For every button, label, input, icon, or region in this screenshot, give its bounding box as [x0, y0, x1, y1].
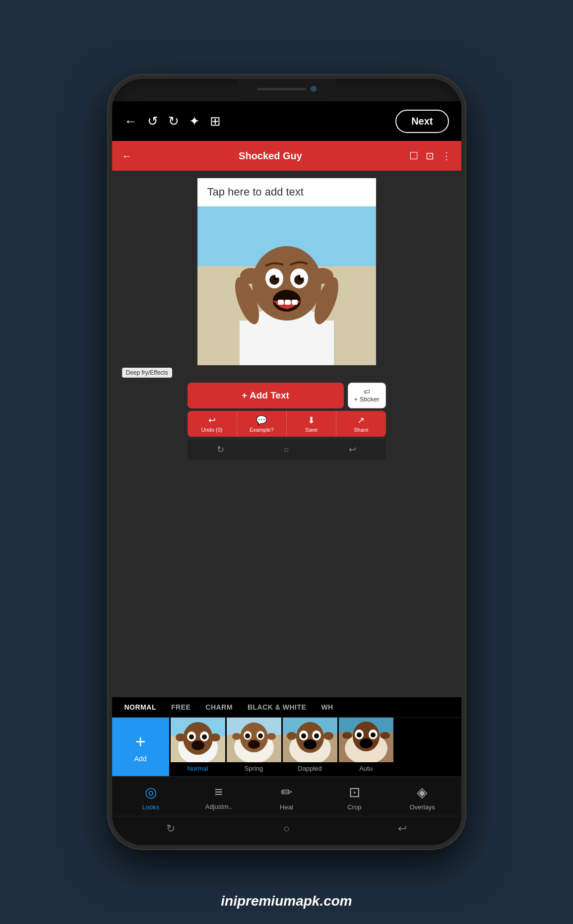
tool-heal[interactable]: ✏ Heal [266, 784, 306, 811]
add-text-row: + Add Text 🏷 + Sticker [188, 383, 386, 408]
photo-thumb-dappled[interactable]: Dappled [283, 718, 337, 776]
save-action-label: Save [305, 427, 318, 433]
thumb-label-autumn: Autu [339, 762, 393, 776]
compare-icon[interactable]: ⊞ [210, 114, 221, 129]
redo-icon[interactable]: ↻ [168, 114, 179, 129]
action-row: ↩ Undo (0) 💬 Example? ⬇ Save ↗ Share [188, 411, 386, 437]
save-action-icon: ⬇ [308, 415, 315, 426]
thumb-img-dappled [283, 718, 337, 762]
sticker-button[interactable]: 🏷 + Sticker [348, 383, 386, 408]
header-title: Shocked Guy [239, 150, 302, 162]
thumb-face-4 [339, 718, 393, 762]
overlays-icon: ◈ [417, 784, 428, 800]
nav-icon-back[interactable]: ↻ [166, 822, 175, 835]
thumb-label-spring: Spring [227, 762, 281, 776]
toolbar-left: ← ↺ ↻ ✦ ⊞ [125, 114, 221, 129]
filter-tab-charm[interactable]: CHARM [198, 697, 240, 717]
overlays-label: Overlays [409, 803, 435, 811]
svg-point-41 [248, 740, 260, 749]
bottom-tools: ◎ Looks ≡ Adjustm.. ✏ Heal ⊡ Crop ◈ Over… [112, 776, 461, 816]
svg-point-62 [371, 732, 376, 737]
tool-crop[interactable]: ⊡ Crop [334, 784, 374, 811]
undo-icon[interactable]: ↺ [147, 114, 158, 129]
nav-dot-3: ↩ [349, 444, 356, 455]
photo-add-button[interactable]: + Add [112, 718, 169, 776]
tool-adjustments[interactable]: ≡ Adjustm.. [199, 784, 239, 811]
svg-point-28 [189, 734, 194, 739]
svg-point-32 [210, 733, 220, 741]
add-text-button[interactable]: + Add Text [188, 383, 344, 408]
nav-dot-2: ○ [284, 445, 289, 455]
svg-point-63 [360, 738, 373, 748]
volume-up-button[interactable] [108, 178, 111, 203]
svg-point-15 [300, 275, 303, 278]
header-crop-icon[interactable]: ⊡ [426, 150, 434, 162]
heal-icon: ✏ [281, 784, 292, 800]
photo-thumb-autumn[interactable]: Autu [339, 718, 393, 776]
volume-down-button[interactable] [108, 210, 111, 235]
svg-point-14 [275, 275, 278, 278]
sticker-icon: 🏷 [364, 388, 370, 396]
photo-strip: + Add [112, 718, 461, 776]
heal-label: Heal [280, 803, 293, 811]
svg-rect-18 [285, 300, 291, 305]
tool-looks[interactable]: ◎ Looks [131, 784, 171, 811]
meme-canvas[interactable]: Tap here to add text [197, 178, 376, 365]
filter-tabs: NORMAL FREE CHARM BLACK & WHITE WH [112, 697, 461, 718]
nav-icon-home[interactable]: ○ [283, 822, 290, 835]
thumb-label-normal: Normal [171, 762, 225, 776]
notch-bar [257, 88, 307, 90]
meme-editor-area: Tap here to add text [112, 171, 461, 697]
svg-point-65 [380, 732, 390, 739]
filter-tab-wh[interactable]: WH [314, 697, 340, 717]
photo-thumb-spring[interactable]: Spring [227, 718, 281, 776]
example-action[interactable]: 💬 Example? [237, 411, 287, 437]
header-more-icon[interactable]: ⋮ [442, 150, 451, 162]
phone-device: ← ↺ ↻ ✦ ⊞ Next ← Shocked Guy ☐ ⊡ ⋮ Tap h… [108, 75, 465, 849]
adjustments-label: Adjustm.. [205, 803, 232, 810]
website-text: inipremiumapk.com [221, 893, 352, 909]
svg-point-42 [232, 733, 241, 740]
share-action[interactable]: ↗ Share [336, 411, 385, 437]
add-label: Add [134, 755, 147, 763]
undo-action-label: Undo (0) [201, 427, 223, 433]
magic-icon[interactable]: ✦ [189, 114, 200, 129]
svg-point-61 [357, 732, 362, 737]
svg-point-43 [267, 733, 276, 740]
shocked-guy-svg [197, 206, 376, 365]
svg-rect-19 [292, 300, 298, 305]
front-camera [311, 86, 317, 92]
plus-icon: + [135, 731, 145, 752]
undo-action-icon: ↩ [208, 415, 216, 426]
power-button[interactable] [462, 193, 465, 228]
svg-point-20 [240, 268, 262, 284]
undo-action[interactable]: ↩ Undo (0) [188, 411, 237, 437]
adjustments-icon: ≡ [215, 784, 223, 800]
filter-tab-free[interactable]: FREE [164, 697, 198, 717]
filter-tab-normal[interactable]: NORMAL [117, 697, 164, 717]
bottom-nav: ↻ ○ ↩ [112, 816, 461, 845]
thumb-face-2 [227, 718, 281, 762]
save-action[interactable]: ⬇ Save [287, 411, 336, 437]
svg-point-21 [312, 268, 333, 284]
tool-overlays[interactable]: ◈ Overlays [402, 784, 442, 811]
nav-icon-recent[interactable]: ↩ [398, 822, 407, 835]
share-action-label: Share [354, 427, 368, 433]
meme-image [197, 206, 376, 365]
deep-fry-badge[interactable]: Deep fry/Effects [122, 368, 172, 378]
text-placeholder[interactable]: Tap here to add text [197, 178, 376, 206]
svg-point-29 [202, 734, 207, 739]
sticker-label: + Sticker [354, 396, 380, 403]
looks-label: Looks [142, 803, 160, 811]
header-back-icon[interactable]: ← [122, 150, 132, 162]
next-button[interactable]: Next [395, 110, 448, 133]
example-action-icon: 💬 [256, 415, 267, 426]
header-frame-icon[interactable]: ☐ [409, 150, 418, 162]
thumb-img-normal [171, 718, 225, 762]
back-icon[interactable]: ← [125, 114, 137, 129]
svg-point-39 [245, 733, 250, 738]
photo-thumb-normal[interactable]: Normal [171, 718, 225, 776]
thumb-label-dappled: Dappled [283, 762, 337, 776]
filter-tab-bw[interactable]: BLACK & WHITE [240, 697, 314, 717]
red-header: ← Shocked Guy ☐ ⊡ ⋮ [112, 141, 461, 171]
